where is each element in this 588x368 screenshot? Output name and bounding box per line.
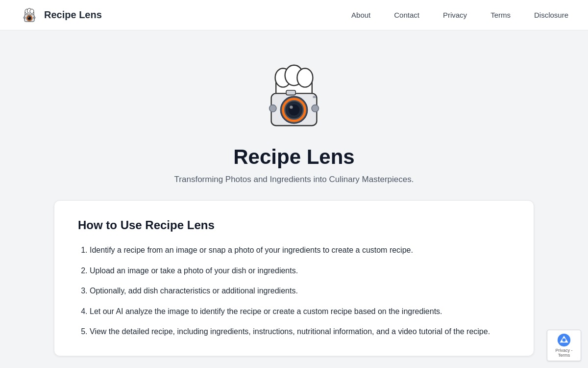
recaptcha-badge: Privacy - Terms	[547, 330, 581, 361]
svg-rect-27	[313, 96, 316, 98]
nav-link-privacy[interactable]: Privacy	[443, 11, 467, 19]
step-2: Upload an image or take a photo of your …	[90, 264, 510, 277]
nav-link-disclosure[interactable]: Disclosure	[534, 11, 568, 19]
svg-point-26	[312, 105, 318, 112]
brand-icon	[20, 5, 39, 25]
recaptcha-logo-icon	[557, 333, 571, 347]
hero-logo-icon	[255, 55, 333, 133]
svg-point-17	[297, 68, 313, 87]
step-5: View the detailed recipe, including ingr…	[90, 325, 510, 338]
hero-title: Recipe Lens	[233, 145, 354, 169]
svg-point-29	[563, 339, 566, 342]
svg-rect-19	[286, 90, 295, 95]
navbar: Recipe Lens About Contact Privacy Terms …	[0, 0, 588, 30]
svg-point-11	[24, 17, 25, 19]
brand-name: Recipe Lens	[44, 9, 102, 21]
nav-link-contact[interactable]: Contact	[394, 11, 419, 19]
recaptcha-text: Privacy - Terms	[551, 348, 577, 358]
step-4: Let our AI analyze the image to identify…	[90, 305, 510, 318]
nav-item-contact[interactable]: Contact	[394, 11, 419, 20]
svg-point-12	[33, 17, 35, 19]
step-1: Identify a recipe from an image or snap …	[90, 244, 510, 257]
svg-point-4	[30, 9, 34, 13]
hero-section: Recipe Lens Transforming Photos and Ingr…	[0, 30, 588, 368]
nav-item-privacy[interactable]: Privacy	[443, 11, 467, 20]
nav-link-terms[interactable]: Terms	[490, 11, 511, 19]
step-3: Optionally, add dish characteristics or …	[90, 285, 510, 297]
nav-item-about[interactable]: About	[351, 11, 370, 20]
svg-point-24	[290, 105, 293, 108]
nav-item-terms[interactable]: Terms	[490, 11, 511, 20]
hero-subtitle: Transforming Photos and Ingredients into…	[174, 175, 414, 184]
nav-links: About Contact Privacy Terms Disclosure	[351, 11, 568, 20]
how-to-card: How to Use Recipe Lens Identify a recipe…	[54, 200, 534, 356]
svg-point-10	[28, 17, 29, 18]
card-title: How to Use Recipe Lens	[78, 218, 510, 232]
steps-list: Identify a recipe from an image or snap …	[78, 244, 510, 338]
nav-link-about[interactable]: About	[351, 11, 370, 19]
svg-point-25	[270, 105, 276, 112]
nav-item-disclosure[interactable]: Disclosure	[534, 11, 568, 20]
brand-link[interactable]: Recipe Lens	[20, 5, 102, 25]
